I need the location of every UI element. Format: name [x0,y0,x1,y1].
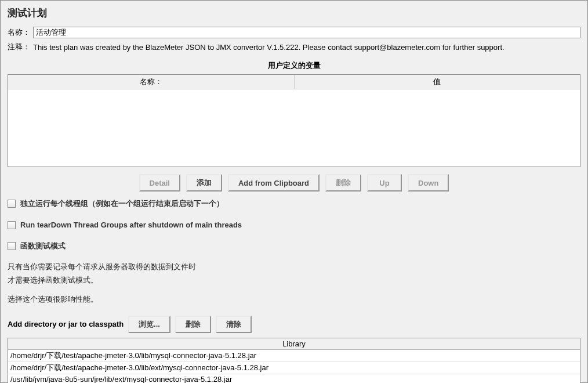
helper-line2: 才需要选择函数测试模式。 [8,274,580,286]
teardown-checkbox-row: Run tearDown Thread Groups after shutdow… [8,221,580,229]
classpath-delete-button[interactable]: 删除 [175,316,211,333]
test-plan-panel: 测试计划 名称： 注释： This test plan was created … [0,0,588,383]
comments-value: This test plan was created by the BlazeM… [33,43,504,52]
teardown-label: Run tearDown Thread Groups after shutdow… [20,221,242,229]
name-label: 名称： [8,27,33,38]
comments-label: 注释： [8,42,33,52]
page-title: 测试计划 [8,6,580,20]
independent-checkbox-row: 独立运行每个线程组（例如在一个组运行结束后启动下一个） [8,198,580,209]
column-name[interactable]: 名称： [8,75,295,89]
variables-table-body[interactable] [8,89,580,167]
add-button[interactable]: 添加 [186,174,222,192]
library-header[interactable]: Library [8,338,580,350]
variables-section-title: 用户定义的变量 [8,60,580,71]
library-row[interactable]: /usr/lib/jvm/java-8u5-sun/jre/lib/ext/my… [8,374,580,384]
variables-table-header: 名称： 值 [8,75,580,89]
library-row[interactable]: /home/drjr/下载/test/apache-jmeter-3.0/lib… [8,362,580,374]
comments-field-row: 注释： This test plan was created by the Bl… [8,42,580,52]
variables-table: 名称： 值 [8,74,580,167]
functional-label: 函数测试模式 [20,241,66,251]
functional-checkbox-row: 函数测试模式 [8,241,580,251]
helper-line1: 只有当你需要记录每个请求从服务器取得的数据到文件时 [8,261,580,273]
clear-button[interactable]: 清除 [216,316,252,333]
functional-checkbox[interactable] [8,242,16,250]
up-button[interactable]: Up [367,174,402,192]
independent-checkbox[interactable] [8,200,16,208]
teardown-checkbox[interactable] [8,221,16,229]
helper-line3: 选择这个选项很影响性能。 [8,294,580,305]
library-row[interactable]: /home/drjr/下载/test/apache-jmeter-3.0/lib… [8,350,580,362]
browse-button[interactable]: 浏览... [128,316,170,333]
name-field-row: 名称： [8,27,580,38]
down-button[interactable]: Down [408,174,449,192]
library-table: Library /home/drjr/下载/test/apache-jmeter… [8,338,580,384]
classpath-row: Add directory or jar to classpath 浏览... … [8,316,580,333]
variables-button-row: Detail 添加 Add from Clipboard 删除 Up Down [8,174,580,192]
detail-button[interactable]: Detail [139,174,180,192]
add-from-clipboard-button[interactable]: Add from Clipboard [228,174,320,192]
delete-button[interactable]: 删除 [325,174,361,192]
classpath-label: Add directory or jar to classpath [8,320,124,328]
name-input[interactable] [33,27,580,38]
independent-label: 独立运行每个线程组（例如在一个组运行结束后启动下一个） [20,198,224,209]
column-value[interactable]: 值 [295,75,580,89]
